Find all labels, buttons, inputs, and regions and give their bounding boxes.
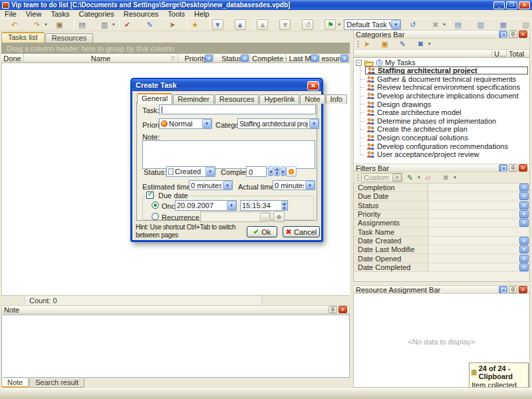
filter-dropdown-icon[interactable]: ▼ [205,55,213,62]
close-button[interactable]: ✕ [519,1,530,9]
filter-dropdown-icon[interactable]: ▼ [519,210,529,218]
dialog-tab[interactable]: General [137,93,172,104]
task-tree-icon[interactable]: ⚑ [325,19,336,30]
menu-item[interactable]: File [0,10,21,19]
category-tree-item[interactable]: Design conceptual solutions [354,134,529,142]
dialog-tab[interactable]: Hyperlink [259,94,299,104]
category-tree-item[interactable]: Determine phases of implementation [354,117,529,126]
cancel-button[interactable]: ✖ Cancel [283,226,320,237]
column-header-total[interactable]: Total [507,50,529,58]
chevron-down-icon[interactable]: ▼ [391,20,400,29]
move-down-icon[interactable]: ▼ [212,19,223,30]
apply-view-icon[interactable]: ↺ [407,19,418,30]
filter-dropdown-icon[interactable]: ▼ [311,55,319,62]
complete-task-icon[interactable]: ✔ [122,19,133,30]
menu-item[interactable]: Tasks [46,10,74,19]
pin-icon[interactable] [509,286,517,293]
increase-icon[interactable]: ► [281,166,286,176]
filter-preset-combobox[interactable]: Custom ▼ [361,173,402,182]
dialog-close-icon[interactable]: ✕ [307,81,319,90]
dropdown-caret-icon[interactable]: ▼ [428,42,432,46]
decrease-icon[interactable]: ◄ [268,166,273,176]
filter-dropdown-icon[interactable]: ▼ [519,192,529,200]
move-category-icon[interactable]: ➤ [361,39,372,49]
category-tree-item[interactable]: Develop architecture implications docume… [354,92,529,100]
new-category-icon[interactable]: ▣ [379,39,390,49]
complete-input[interactable]: 0 [246,166,267,177]
tree-root-my-tasks[interactable]: − My Tasks [354,59,529,66]
close-icon[interactable]: ✕ [519,286,527,293]
column-header[interactable]: Name ▽ ▼ [24,54,178,63]
filter-value-cell[interactable] [428,254,519,262]
document-tab[interactable]: Tasks list [1,32,45,43]
category-tree-item[interactable]: Gather & document technical requirements [354,75,529,84]
task-view-combobox[interactable]: Default Task V ▼ [344,19,401,30]
filter-value-cell[interactable] [428,237,519,245]
edit-task-icon[interactable]: ✎ [144,19,156,30]
dialog-tab[interactable]: Note [300,94,325,104]
menu-item[interactable]: Help [190,10,214,19]
ellipsis-button[interactable]: … [260,213,269,221]
column-header[interactable]: Complete ▽ ▼ [250,54,286,63]
ok-button[interactable]: ✔ Ok [247,226,277,237]
column-header[interactable]: te Last Modifi ▽ ▼ [286,54,320,63]
expand-all-icon[interactable]: ▼ [279,19,291,30]
category-tree-item[interactable]: Develop configuration recommendations [354,142,529,150]
actual-time-combobox[interactable]: 0 minutes ▼ [273,180,315,190]
filter-dropdown-icon[interactable]: ▼ [519,263,529,271]
chevron-down-icon[interactable]: ▼ [202,119,211,128]
category-tree-item[interactable]: Staffing architectural project [354,66,529,75]
document-tab[interactable]: Resources [45,33,94,43]
recurrence-radio[interactable] [152,213,159,220]
complete-wheel-button[interactable] [286,166,297,177]
note-bar-toggle-icon[interactable]: ▧ [520,19,531,30]
filter-dropdown-icon[interactable]: ▼ [519,237,529,245]
dialog-tab[interactable]: Info [326,94,347,104]
undo-icon[interactable]: ↶ [9,19,20,30]
filter-value-cell[interactable] [428,219,519,227]
close-icon[interactable]: ✕ [338,306,347,313]
due-date-picker[interactable]: 20.09.2007 ▼ [175,200,237,211]
filter-value-cell[interactable] [428,263,519,271]
filter-dropdown-icon[interactable]: ▼ [519,201,529,209]
category-tree-item[interactable]: User acceptance/project review [354,150,529,159]
bottom-tab[interactable]: Note [1,378,29,388]
chevron-down-icon[interactable]: ▼ [305,181,315,190]
sort-arrow-icon[interactable]: ▽ [171,55,175,61]
estimated-time-combobox[interactable]: 0 minutes ▼ [189,180,233,190]
maximize-panel-icon[interactable] [499,31,507,38]
edit-category-icon[interactable]: ✎ [397,39,408,49]
restore-button[interactable]: ❐ [506,1,517,9]
chevron-down-icon[interactable]: ▼ [392,174,402,182]
filter-value-cell[interactable] [428,184,519,192]
chevron-down-icon[interactable]: ▼ [309,119,319,128]
refresh-icon[interactable]: ↺ [302,19,313,30]
maximize-panel-icon[interactable] [499,286,507,293]
filter-value-cell[interactable] [428,210,519,218]
status-combobox[interactable]: Created ▼ [166,166,215,177]
menu-item[interactable]: Resources [119,10,164,19]
dialog-tab[interactable]: Resources [215,94,259,104]
once-radio[interactable] [152,201,159,209]
filter-dropdown-icon[interactable]: ▼ [519,245,529,253]
column-header[interactable] [354,50,492,58]
close-icon[interactable]: ✕ [519,164,527,172]
toolbar-grip[interactable] [357,174,359,181]
note-textarea[interactable] [142,140,315,169]
note-text-area[interactable] [1,315,350,378]
clear-filter-icon[interactable]: ▱ [422,172,434,183]
filter-dropdown-icon[interactable]: ▼ [519,255,529,263]
recurrence-diamond-button[interactable]: ◆ [273,211,285,222]
chevron-down-icon[interactable]: ▼ [205,167,215,176]
categories-bar-toggle-icon[interactable]: ▤ [452,19,464,30]
move-up-icon[interactable]: ▲ [235,19,246,30]
due-date-checkbox[interactable] [146,192,154,199]
filter-value-cell[interactable] [428,192,519,200]
recurrence-field[interactable]: … [200,211,271,222]
category-tree-item[interactable]: Review technical environment specificati… [354,83,529,92]
dropdown-caret-icon[interactable]: ▼ [453,176,457,180]
filter-value-cell[interactable] [428,245,519,253]
spin-up-icon[interactable]: ▲ [281,201,287,205]
pin-icon[interactable] [329,306,337,313]
toolbar-grip[interactable] [357,41,359,47]
